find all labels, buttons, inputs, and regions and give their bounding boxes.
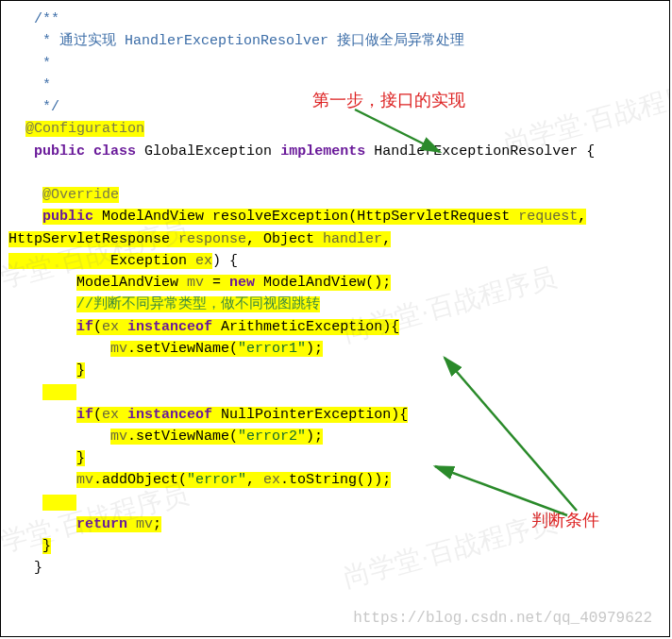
var: ex xyxy=(102,319,119,335)
brace: } xyxy=(34,560,42,576)
javadoc-open: /** xyxy=(34,11,59,27)
comment-blank: * xyxy=(8,53,660,75)
close-method-line: } xyxy=(8,535,660,557)
brace: ) { xyxy=(212,253,238,269)
kw-instanceof: instanceof xyxy=(127,319,212,335)
brace: ){ xyxy=(391,407,408,423)
inner-comment: //判断不同异常类型，做不同视图跳转 xyxy=(8,294,660,315)
var: mv xyxy=(187,275,204,291)
class-decl-line: public class GlobalException implements … xyxy=(8,141,660,162)
type: ArithmeticException xyxy=(221,319,382,335)
brace: ){ xyxy=(382,319,399,335)
blank-hl xyxy=(8,381,660,403)
param-name: request xyxy=(518,209,578,225)
eq: = xyxy=(204,275,229,291)
javadoc-blank: * xyxy=(34,56,51,72)
override-line: @Override xyxy=(8,184,660,206)
brace: } xyxy=(76,362,85,378)
var: mv xyxy=(136,516,153,532)
set1-line: mv.setViewName("error1"); xyxy=(8,338,660,360)
ctor: ModelAndView(); xyxy=(255,275,391,291)
comma: , xyxy=(246,472,263,488)
end: ); xyxy=(306,341,323,357)
brace: { xyxy=(586,143,595,160)
param-type: HttpServletRequest xyxy=(357,209,510,225)
annotation-line: @Configuration xyxy=(8,118,660,140)
close-class-line: } xyxy=(8,557,660,579)
if2-line: if(ex instanceof NullPointerException){ xyxy=(8,404,660,426)
close1-line: } xyxy=(8,360,660,381)
kw-public: public xyxy=(34,143,85,160)
return-type: ModelAndView xyxy=(102,209,204,225)
brace: } xyxy=(42,538,51,554)
blank-hl xyxy=(8,492,660,513)
call: .setViewName( xyxy=(127,341,238,357)
method-sig-2: HttpServletResponse response, Object han… xyxy=(8,228,660,250)
comment-blank: * xyxy=(8,75,660,96)
comment-close: */ xyxy=(8,96,660,118)
param-name: response xyxy=(178,231,246,247)
param-name: ex xyxy=(195,253,212,269)
comment-open: /** xyxy=(8,8,660,30)
string: "error1" xyxy=(238,341,306,357)
method-name: resolveException xyxy=(212,209,348,225)
paren: ( xyxy=(93,407,102,423)
type: ModelAndView xyxy=(76,275,178,291)
param-name: handler xyxy=(323,231,382,247)
kw-public: public xyxy=(42,209,93,225)
var: mv xyxy=(76,472,93,488)
call: .addObject( xyxy=(93,472,187,488)
param-type: Object xyxy=(263,231,314,247)
comment-text: //判断不同异常类型，做不同视图跳转 xyxy=(76,296,320,312)
close2-line: } xyxy=(8,447,660,469)
end: ); xyxy=(306,429,323,445)
method-sig-3: Exception ex) { xyxy=(8,250,660,272)
kw-instanceof: instanceof xyxy=(127,407,212,423)
comment-line: * 通过实现 HandlerExceptionResolver 接口做全局异常处… xyxy=(8,30,660,52)
method-sig-1: public ModelAndView resolveException(Htt… xyxy=(8,206,660,227)
type: NullPointerException xyxy=(221,407,391,423)
javadoc-blank: * xyxy=(34,77,51,93)
brace: } xyxy=(76,450,85,466)
kw-if: if xyxy=(76,319,93,335)
kw-new: new xyxy=(229,275,255,291)
javadoc-close: */ xyxy=(34,99,59,115)
kw-implements: implements xyxy=(280,143,365,160)
semi: ; xyxy=(153,516,161,532)
footer-watermark: https://blog.csdn.net/qq_40979622 xyxy=(353,607,652,631)
kw-if: if xyxy=(76,407,93,423)
call: .setViewName( xyxy=(127,429,238,445)
kw-return: return xyxy=(76,516,127,532)
interface-name: HandlerExceptionResolver xyxy=(374,143,578,160)
class-name: GlobalException xyxy=(144,143,272,160)
code-block: /** * 通过实现 HandlerExceptionResolver 接口做全… xyxy=(0,0,670,637)
param-type: HttpServletResponse xyxy=(8,231,170,247)
if1-line: if(ex instanceof ArithmeticException){ xyxy=(8,316,660,338)
var: mv xyxy=(110,429,127,445)
javadoc-text: * 通过实现 HandlerExceptionResolver 接口做全局异常处… xyxy=(34,33,464,49)
call: .toString()); xyxy=(280,472,391,488)
var: ex xyxy=(263,472,280,488)
mv-decl-line: ModelAndView mv = new ModelAndView(); xyxy=(8,272,660,294)
return-line: return mv; xyxy=(8,513,660,535)
paren: ( xyxy=(93,319,102,335)
kw-class: class xyxy=(93,143,136,160)
addobj-line: mv.addObject("error", ex.toString()); xyxy=(8,469,660,491)
string: "error" xyxy=(187,472,246,488)
var: mv xyxy=(110,341,127,357)
string: "error2" xyxy=(238,429,306,445)
configuration-annotation: @Configuration xyxy=(25,121,144,137)
override-annotation: @Override xyxy=(42,187,119,203)
var: ex xyxy=(102,407,119,423)
set2-line: mv.setViewName("error2"); xyxy=(8,426,660,447)
param-type: Exception xyxy=(110,253,187,269)
